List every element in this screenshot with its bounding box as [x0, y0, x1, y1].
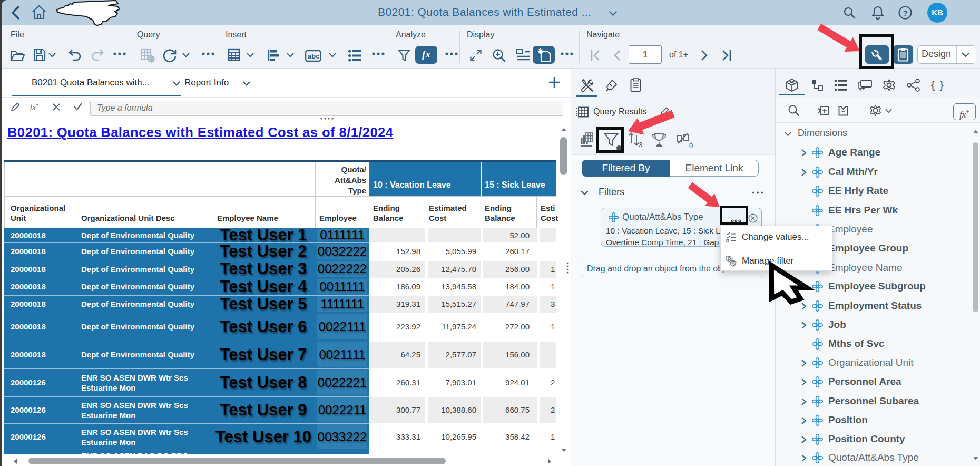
svg-text:0: 0 [689, 142, 693, 149]
svg-text:?: ? [903, 8, 907, 17]
svg-text:abc: abc [308, 52, 319, 60]
svg-text:3: 3 [639, 141, 642, 148]
